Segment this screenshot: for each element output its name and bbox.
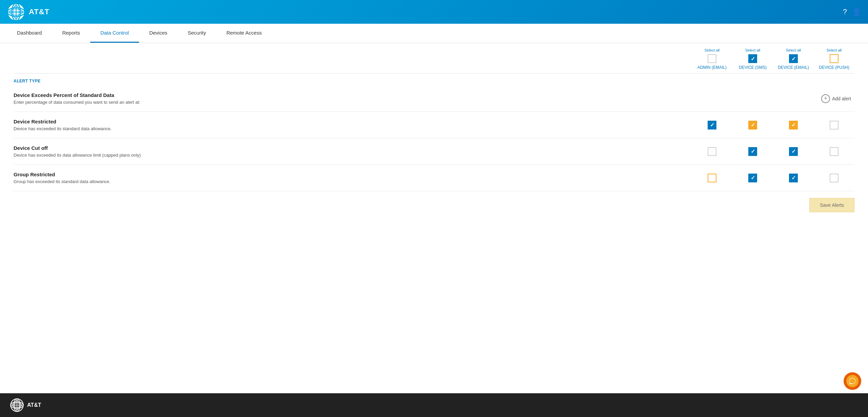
alert-row-device-cutoff: Device Cut off Device has exceeded its d…: [14, 138, 854, 165]
alert-row-device-restricted: Device Restricted Device has exceeded it…: [14, 112, 854, 138]
alert-desc-device-restricted: Device has exceeded its standard data al…: [14, 126, 692, 131]
checkbox-cell-admin-email-restricted: ✓: [692, 121, 732, 130]
add-alert-label: Add alert: [832, 96, 851, 101]
add-alert-button[interactable]: + Add alert: [821, 94, 854, 103]
select-all-device-push-checkbox[interactable]: [830, 54, 839, 63]
checkbox-cell-device-email-cutoff: ✓: [773, 147, 814, 156]
checkbox-cell-device-sms-restricted: ✓: [732, 121, 773, 130]
checkmark-icon: ✓: [791, 122, 796, 128]
checkmark-icon: ✓: [751, 56, 755, 62]
logo-area: AT&T: [7, 3, 50, 21]
select-all-device-email-checkbox[interactable]: ✓: [789, 54, 798, 63]
alert-row-group-restricted: Group Restricted Group has exceeded its …: [14, 165, 854, 191]
select-all-device-email[interactable]: Select all: [786, 48, 801, 52]
checkbox-device-push-group[interactable]: [830, 174, 839, 182]
checkbox-device-sms-group[interactable]: ✓: [748, 174, 757, 182]
checkbox-device-email-group[interactable]: ✓: [789, 174, 798, 182]
checkbox-device-sms-restricted[interactable]: ✓: [748, 121, 757, 130]
help-icon[interactable]: ?: [843, 7, 847, 16]
support-chat-button[interactable]: [844, 372, 861, 390]
select-all-device-push[interactable]: Select all: [827, 48, 842, 52]
alert-desc-device-exceeds: Enter percentage of data consumed you wa…: [14, 100, 821, 105]
alert-title-group-restricted: Group Restricted: [14, 172, 692, 177]
alert-checkboxes-device-restricted: ✓ ✓ ✓: [692, 121, 854, 130]
admin-email-label: ADMIN (EMAIL): [697, 65, 727, 70]
checkmark-icon: ✓: [791, 175, 796, 181]
checkbox-cell-device-sms-cutoff: ✓: [732, 147, 773, 156]
footer-att-logo-icon: [10, 398, 24, 412]
column-headers-row: Select all ADMIN (EMAIL) Select all ✓ DE…: [14, 43, 854, 74]
device-push-label: DEVICE (PUSH): [819, 65, 849, 70]
col-header-device-email: Select all ✓ DEVICE (EMAIL): [773, 48, 814, 70]
alert-info-device-exceeds: Device Exceeds Percent of Standard Data …: [14, 92, 821, 105]
nav-item-data-control[interactable]: Data Control: [90, 24, 139, 43]
nav-bar: Dashboard Reports Data Control Devices S…: [0, 24, 868, 43]
checkbox-cell-device-push-group: [814, 174, 854, 182]
col-header-device-sms: Select all ✓ DEVICE (SMS): [732, 48, 773, 70]
checkbox-device-push-restricted[interactable]: [830, 121, 839, 130]
alert-row-device-exceeds: Device Exceeds Percent of Standard Data …: [14, 85, 854, 112]
device-sms-label: DEVICE (SMS): [739, 65, 767, 70]
att-logo-icon: [7, 3, 25, 21]
save-row: Save Alerts: [14, 191, 854, 216]
checkmark-icon: ✓: [710, 122, 714, 128]
checkbox-cell-device-push-restricted: [814, 121, 854, 130]
alert-type-row: ALERT TYPE: [14, 74, 854, 85]
select-all-admin-email[interactable]: Select all: [705, 48, 720, 52]
checkbox-device-email-restricted[interactable]: ✓: [789, 121, 798, 130]
checkbox-device-push-cutoff[interactable]: [830, 147, 839, 156]
alert-title-device-restricted: Device Restricted: [14, 119, 692, 124]
select-all-device-sms[interactable]: Select all: [745, 48, 761, 52]
checkbox-device-sms-cutoff[interactable]: ✓: [748, 147, 757, 156]
checkbox-cell-device-email-restricted: ✓: [773, 121, 814, 130]
app-footer: AT&T: [0, 393, 868, 417]
alert-info-group-restricted: Group Restricted Group has exceeded its …: [14, 172, 692, 184]
nav-item-remote-access[interactable]: Remote Access: [216, 24, 272, 43]
select-all-admin-email-checkbox[interactable]: [708, 54, 716, 63]
checkmark-icon: ✓: [791, 56, 796, 62]
alert-info-device-cutoff: Device Cut off Device has exceeded its d…: [14, 145, 692, 158]
chat-icon: [849, 377, 856, 385]
checkbox-cell-device-email-group: ✓: [773, 174, 814, 182]
main-content: Select all ADMIN (EMAIL) Select all ✓ DE…: [0, 43, 868, 393]
checkbox-cell-admin-email-group: [692, 174, 732, 182]
checkbox-cell-admin-email-cutoff: [692, 147, 732, 156]
checkbox-admin-email-cutoff[interactable]: [708, 147, 716, 156]
alerts-container: Select all ADMIN (EMAIL) Select all ✓ DE…: [0, 43, 868, 222]
alert-type-label: ALERT TYPE: [14, 79, 41, 83]
alert-title-device-cutoff: Device Cut off: [14, 145, 692, 151]
nav-item-security[interactable]: Security: [178, 24, 216, 43]
save-alerts-button[interactable]: Save Alerts: [809, 198, 854, 212]
checkmark-icon: ✓: [751, 175, 755, 181]
checkmark-icon: ✓: [791, 148, 796, 155]
support-chat-icon: [846, 375, 859, 387]
checkbox-cell-device-push-cutoff: [814, 147, 854, 156]
add-alert-icon: +: [821, 94, 830, 103]
footer-brand-name: AT&T: [27, 402, 41, 408]
checkbox-cell-device-sms-group: ✓: [732, 174, 773, 182]
footer-logo: AT&T: [10, 398, 41, 412]
alert-desc-device-cutoff: Device has exceeded its data allowance l…: [14, 153, 692, 158]
alert-info-device-restricted: Device Restricted Device has exceeded it…: [14, 119, 692, 131]
col-header-admin-email: Select all ADMIN (EMAIL): [692, 48, 732, 70]
nav-item-reports[interactable]: Reports: [52, 24, 90, 43]
device-email-label: DEVICE (EMAIL): [778, 65, 809, 70]
brand-name: AT&T: [29, 7, 50, 16]
alert-checkboxes-device-cutoff: ✓ ✓: [692, 147, 854, 156]
app-header: AT&T ? 👤: [0, 0, 868, 24]
select-all-device-sms-checkbox[interactable]: ✓: [748, 54, 757, 63]
checkmark-icon: ✓: [751, 122, 755, 128]
alert-title-device-exceeds: Device Exceeds Percent of Standard Data: [14, 92, 821, 98]
nav-item-dashboard[interactable]: Dashboard: [7, 24, 52, 43]
user-icon[interactable]: 👤: [852, 7, 861, 16]
nav-item-devices[interactable]: Devices: [139, 24, 177, 43]
alert-desc-group-restricted: Group has exceeded its standard data all…: [14, 179, 692, 184]
checkmark-icon: ✓: [751, 148, 755, 155]
col-header-device-push: Select all DEVICE (PUSH): [814, 48, 854, 70]
alert-checkboxes-group-restricted: ✓ ✓: [692, 174, 854, 182]
checkbox-admin-email-restricted[interactable]: ✓: [708, 121, 716, 130]
checkbox-device-email-cutoff[interactable]: ✓: [789, 147, 798, 156]
header-icons: ? 👤: [843, 7, 861, 16]
checkbox-admin-email-group[interactable]: [708, 174, 716, 182]
